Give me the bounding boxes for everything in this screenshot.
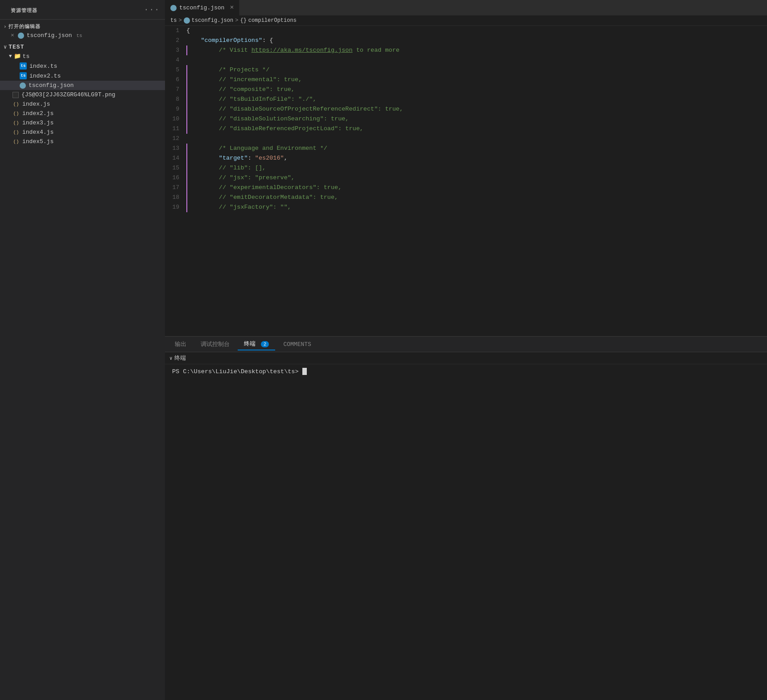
terminal-tab-bar: 输出 调试控制台 终端 2 COMMENTS [165, 337, 767, 352]
tab-terminal[interactable]: 终端 2 [238, 338, 275, 350]
file-name-tsconfig: tsconfig.json [29, 82, 74, 89]
code-content[interactable]: 1 { 2 "compilerOptions": { 3 /* Visit ht… [165, 26, 767, 336]
code-editor[interactable]: 1 { 2 "compilerOptions": { 3 /* Visit ht… [165, 26, 767, 336]
open-file-tsconfig[interactable]: × tsconfig.json ts [0, 31, 165, 40]
open-file-name: tsconfig.json [27, 32, 72, 39]
file-name-js: index.js [22, 101, 50, 107]
line-num-2: 2 [165, 36, 186, 45]
code-line-8: 8 // "tsBuildInfoFile": "./", [165, 95, 767, 104]
line-num-13: 13 [165, 144, 186, 153]
js-file-icon: () [12, 102, 20, 107]
terminal-collapse-icon[interactable]: ∨ [169, 355, 173, 361]
js-file-icon-5: () [12, 139, 20, 144]
line-content-3: /* Visit https://aka.ms/tsconfig.json to… [186, 45, 767, 55]
line-num-6: 6 [165, 75, 186, 85]
file-png[interactable]: {JS@O3[2JJ63ZGRG46%LG9T.png [0, 90, 165, 99]
breadcrumb-braces: {} [240, 17, 246, 24]
file-name-js4: index4.js [22, 129, 54, 136]
breadcrumb: ts > tsconfig.json > {} compilerOptions [165, 16, 767, 26]
line-content-19: // "jsxFactory": "", [186, 202, 767, 212]
file-index2-js[interactable]: () index2.js [0, 109, 165, 118]
workspace-name: TEST [8, 44, 24, 50]
line-content-16: // "jsx": "preserve", [186, 173, 767, 183]
json-file-icon [18, 33, 24, 39]
tab-close-btn[interactable]: × [230, 4, 234, 12]
code-line-14: 14 "target": "es2016", [165, 153, 767, 163]
file-name-js3: index3.js [22, 119, 54, 126]
folder-ts[interactable]: ▼ 📁 ts [0, 51, 165, 61]
json-file-icon-2 [20, 82, 26, 89]
file-index4-js[interactable]: () index4.js [0, 128, 165, 137]
file-index-js[interactable]: () index.js [0, 99, 165, 109]
tab-debug-label: 调试控制台 [201, 341, 230, 348]
terminal-section-header: ∨ 终端 [165, 352, 767, 364]
line-content-13: /* Language and Environment */ [186, 144, 767, 153]
file-index5-js[interactable]: () index5.js [0, 137, 165, 146]
tab-output-label: 输出 [175, 341, 186, 348]
line-content-18: // "emitDecoratorMetadata": true, [186, 193, 767, 202]
remaining-space [165, 390, 767, 700]
png-file-icon [12, 92, 19, 98]
tab-json-icon [170, 5, 177, 11]
line-num-14: 14 [165, 153, 186, 163]
folder-arrow-down: ▼ [9, 54, 12, 59]
code-line-19: 19 // "jsxFactory": "", [165, 202, 767, 212]
line-content-9: // "disableSourceOfProjectReferenceRedir… [186, 104, 767, 114]
js-file-icon-4: () [12, 130, 20, 135]
open-editors-section: › 打开的编辑器 × tsconfig.json ts [0, 20, 165, 41]
workspace-arrow: ∨ [4, 44, 7, 50]
code-line-18: 18 // "emitDecoratorMetadata": true, [165, 193, 767, 202]
line-num-7: 7 [165, 85, 186, 95]
line-num-9: 9 [165, 104, 186, 114]
js-file-icon-2: () [12, 111, 20, 116]
breadcrumb-sep1: > [178, 17, 181, 24]
file-name-js5: index5.js [22, 138, 54, 145]
breadcrumb-file: tsconfig.json [192, 17, 234, 24]
breadcrumb-sep2: > [235, 17, 238, 24]
line-num-4: 4 [165, 55, 186, 65]
line-content-17: // "experimentalDecorators": true, [186, 183, 767, 193]
code-line-10: 10 // "disableSolutionSearching": true, [165, 114, 767, 124]
terminal-badge: 2 [261, 341, 269, 347]
editor-area: tsconfig.json × ts > tsconfig.json > {} … [165, 0, 767, 700]
tab-output[interactable]: 输出 [169, 338, 193, 350]
close-file-icon[interactable]: × [11, 32, 14, 39]
line-num-17: 17 [165, 183, 186, 193]
code-line-17: 17 // "experimentalDecorators": true, [165, 183, 767, 193]
tab-tsconfig[interactable]: tsconfig.json × [165, 0, 239, 16]
code-line-12: 12 [165, 134, 767, 144]
code-line-6: 6 // "incremental": true, [165, 75, 767, 85]
tab-comments-label: COMMENTS [283, 341, 311, 348]
tab-terminal-label: 终端 [244, 341, 256, 347]
line-content-10: // "disableSolutionSearching": true, [186, 114, 767, 124]
line-content-5: /* Projects */ [186, 65, 767, 75]
tab-comments[interactable]: COMMENTS [277, 339, 317, 350]
tab-filename: tsconfig.json [179, 4, 224, 11]
file-index-ts[interactable]: ts index.ts [0, 61, 165, 71]
line-content-6: // "incremental": true, [186, 75, 767, 85]
code-line-2: 2 "compilerOptions": { [165, 36, 767, 45]
file-name: index.ts [29, 63, 57, 70]
line-num-15: 15 [165, 163, 186, 173]
code-line-15: 15 // "lib": [], [165, 163, 767, 173]
line-content-1: { [186, 26, 767, 36]
sidebar-more-icon[interactable]: ··· [144, 5, 160, 14]
sidebar: 资源管理器 ··· › 打开的编辑器 × tsconfig.json ts ∨ … [0, 0, 165, 700]
file-index3-js[interactable]: () index3.js [0, 118, 165, 128]
terminal-header-label: 终端 [174, 354, 186, 362]
line-num-5: 5 [165, 65, 186, 75]
file-tsconfig-json[interactable]: tsconfig.json [0, 81, 165, 90]
line-num-8: 8 [165, 95, 186, 104]
ts-file-icon-2: ts [20, 72, 27, 79]
line-num-10: 10 [165, 114, 186, 124]
breadcrumb-json-icon [184, 17, 190, 24]
terminal-content[interactable]: PS C:\Users\LiuJie\Desktop\test\ts> [165, 364, 767, 390]
tab-debug-console[interactable]: 调试控制台 [194, 338, 236, 350]
code-lines: 1 { 2 "compilerOptions": { 3 /* Visit ht… [165, 26, 767, 336]
line-num-19: 19 [165, 202, 186, 212]
open-editors-arrow: › [4, 24, 7, 29]
ts-file-icon: ts [20, 62, 27, 70]
file-index2-ts[interactable]: ts index2.ts [0, 71, 165, 81]
folder-name: ts [23, 53, 30, 60]
code-line-7: 7 // "composite": true, [165, 85, 767, 95]
